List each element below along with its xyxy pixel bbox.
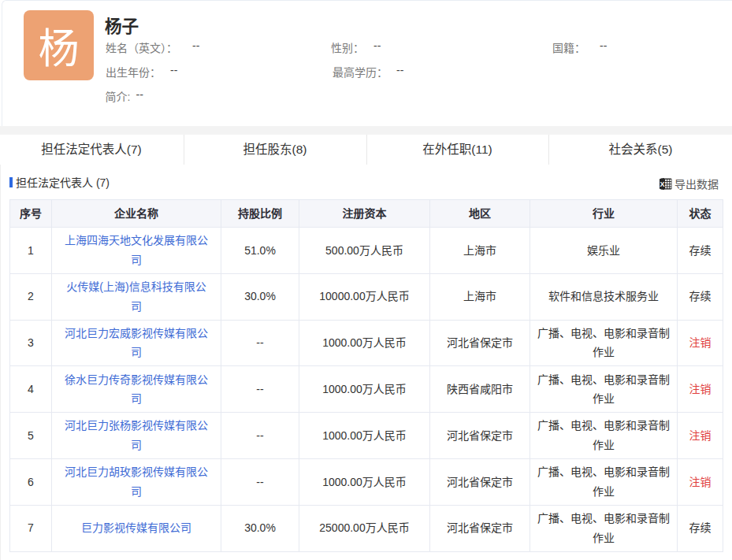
svg-text:X: X <box>660 180 664 188</box>
